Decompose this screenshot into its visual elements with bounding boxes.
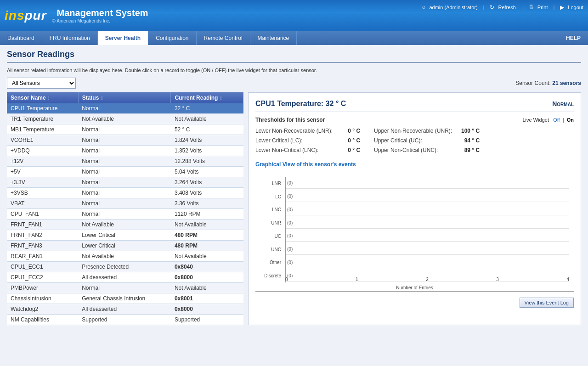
sensor-status-cell: All deasserted: [78, 272, 171, 283]
table-row[interactable]: VCORE1Normal1.824 Volts: [7, 135, 243, 146]
sensor-reading-cell: 32 ° C: [171, 103, 243, 114]
sensor-table-container: Sensor Name ↕ Status ↕ Current Reading ↕…: [7, 92, 243, 325]
table-row[interactable]: CPU_FAN1Normal1120 RPM: [7, 209, 243, 220]
threshold-row: Lower Non-Critical (LNC): 0 ° C: [255, 146, 360, 154]
table-row[interactable]: VBATNormal3.36 Volts: [7, 198, 243, 209]
sensor-name-cell: +5V: [7, 167, 78, 177]
table-row[interactable]: TR1 TemperatureNot AvailableNot Availabl…: [7, 114, 243, 124]
sensor-status-cell: Lower Critical: [78, 230, 171, 241]
sensor-status-cell: Normal: [78, 283, 171, 293]
nav-dashboard[interactable]: Dashboard: [0, 31, 42, 45]
threshold-label: Upper Non-Critical (UNC):: [374, 147, 438, 153]
chart-x-axis: 01234: [285, 277, 569, 282]
chart-row: (0): [286, 191, 569, 202]
table-row[interactable]: PMBPowerNormalNot Available: [7, 283, 243, 293]
threshold-value: 0 ° C: [333, 128, 360, 134]
detail-status: Normal: [552, 100, 574, 107]
table-row[interactable]: FRNT_FAN1Not AvailableNot Available: [7, 220, 243, 230]
sensor-name-cell: CPU1_ECC2: [7, 272, 78, 283]
sensor-reading-cell: 3.264 Volts: [171, 177, 243, 188]
chart-value: (0): [287, 233, 293, 238]
table-row[interactable]: FRNT_FAN2Lower Critical480 RPM: [7, 230, 243, 241]
table-row[interactable]: ChassisIntrusionGeneral Chassis Intrusio…: [7, 293, 243, 304]
sensor-name-cell: PMBPower: [7, 283, 78, 293]
sensor-name-cell: NM Capabilities: [7, 315, 78, 325]
sensor-status-cell: Normal: [78, 167, 171, 177]
graphical-view-link[interactable]: Graphical View of this sensor's events: [255, 161, 574, 168]
chart-row: (0): [286, 244, 569, 255]
table-row[interactable]: REAR_FAN1Not AvailableNot Available: [7, 251, 243, 262]
chart-value: (0): [287, 207, 293, 212]
filter-row: All Sensors Temperature Voltage Fan Othe…: [7, 78, 581, 89]
table-row[interactable]: +12VNormal12.288 Volts: [7, 156, 243, 167]
table-row[interactable]: +5VNormal5.04 Volts: [7, 167, 243, 177]
live-widget-off-link[interactable]: Off: [553, 117, 560, 123]
nav-remote-control[interactable]: Remote Control: [197, 31, 250, 45]
table-row[interactable]: +3.3VNormal3.264 Volts: [7, 177, 243, 188]
sensor-name-cell: +3VSB: [7, 188, 78, 198]
sensor-reading-cell: 12.288 Volts: [171, 156, 243, 167]
table-row[interactable]: +3VSBNormal3.408 Volts: [7, 188, 243, 198]
table-row[interactable]: +VDDQNormal1.352 Volts: [7, 146, 243, 156]
table-row[interactable]: CPU1 TemperatureNormal32 ° C: [7, 103, 243, 114]
table-row[interactable]: FRNT_FAN3Lower Critical480 RPM: [7, 241, 243, 251]
nav-server-health[interactable]: Server Health: [98, 31, 148, 45]
username: admin (Administrator): [429, 5, 477, 10]
sensor-table: Sensor Name ↕ Status ↕ Current Reading ↕…: [7, 92, 243, 325]
print-button[interactable]: Print: [537, 5, 548, 10]
sensor-reading-cell: 3.408 Volts: [171, 188, 243, 198]
live-widget-on-link[interactable]: On: [567, 117, 574, 123]
threshold-row: Upper Non-Critical (UNC): 89 ° C: [374, 146, 480, 154]
sensor-reading-cell: 0x8001: [171, 293, 243, 304]
sensor-filter[interactable]: All Sensors Temperature Voltage Fan Othe…: [7, 78, 76, 89]
threshold-value: 94 ° C: [452, 137, 480, 144]
sensor-status-cell: Normal: [78, 198, 171, 209]
nav-maintenance[interactable]: Maintenance: [250, 31, 297, 45]
sensor-status-cell: Normal: [78, 177, 171, 188]
logo: inspur: [5, 8, 47, 23]
view-event-log-button[interactable]: View this Event Log: [520, 298, 574, 308]
help-button[interactable]: HELP: [559, 31, 588, 45]
table-row[interactable]: NM CapabilitiesSupportedSupported: [7, 315, 243, 325]
table-row[interactable]: MB1 TemperatureNormal52 ° C: [7, 124, 243, 135]
header: inspur Management System © American Mega…: [0, 0, 588, 31]
content-area: Sensor Readings All sensor related infor…: [0, 45, 588, 366]
sensor-name-cell: Watchdog2: [7, 304, 78, 315]
sensor-status-cell: Normal: [78, 188, 171, 198]
sensor-reading-cell: 480 RPM: [171, 241, 243, 251]
col-header-name: Sensor Name ↕: [7, 92, 78, 103]
chart-container: LNRLCLNCUNRUCUNCOtherDiscrete (0)(0)(0)(…: [255, 172, 574, 292]
sensor-reading-cell: 3.36 Volts: [171, 198, 243, 209]
chart-row: (0): [286, 257, 569, 268]
chart-value: (0): [287, 194, 293, 199]
threshold-label: Upper Non-Recoverable (UNR):: [374, 128, 452, 134]
threshold-value: 100 ° C: [452, 128, 480, 134]
sensor-name-cell: +VDDQ: [7, 146, 78, 156]
chart-x-label: Number of Entries: [396, 285, 433, 290]
sensor-status-cell: Not Available: [78, 220, 171, 230]
threshold-value: 0 ° C: [333, 147, 360, 153]
sensor-status-cell: Normal: [78, 135, 171, 146]
sensor-name-cell: REAR_FAN1: [7, 251, 78, 262]
threshold-label: Upper Critical (UC):: [374, 137, 422, 144]
sensor-status-cell: Not Available: [78, 251, 171, 262]
chart-y-label: LC: [255, 194, 283, 199]
sensor-reading-cell: 5.04 Volts: [171, 167, 243, 177]
nav-fru-information[interactable]: FRU Information: [42, 31, 98, 45]
sensor-reading-cell: 0x8040: [171, 262, 243, 272]
chart-value: (0): [287, 260, 293, 265]
threshold-value: 89 ° C: [452, 147, 480, 153]
table-row[interactable]: Watchdog2All deasserted0x8000: [7, 304, 243, 315]
sensor-name-cell: FRNT_FAN2: [7, 230, 78, 241]
thresholds-title: Thresholds for this sensor: [255, 117, 325, 123]
sensor-status-cell: Normal: [78, 146, 171, 156]
nav-configuration[interactable]: Configuration: [148, 31, 196, 45]
threshold-value: 0 ° C: [333, 137, 360, 144]
table-row[interactable]: CPU1_ECC2All deasserted0x8000: [7, 272, 243, 283]
refresh-button[interactable]: Refresh: [498, 5, 516, 10]
table-row[interactable]: CPU1_ECC1Presence Detected0x8040: [7, 262, 243, 272]
sensor-status-cell: Lower Critical: [78, 241, 171, 251]
sensor-status-cell: Normal: [78, 103, 171, 114]
sensor-status-cell: Normal: [78, 209, 171, 220]
logout-button[interactable]: Logout: [568, 5, 583, 10]
